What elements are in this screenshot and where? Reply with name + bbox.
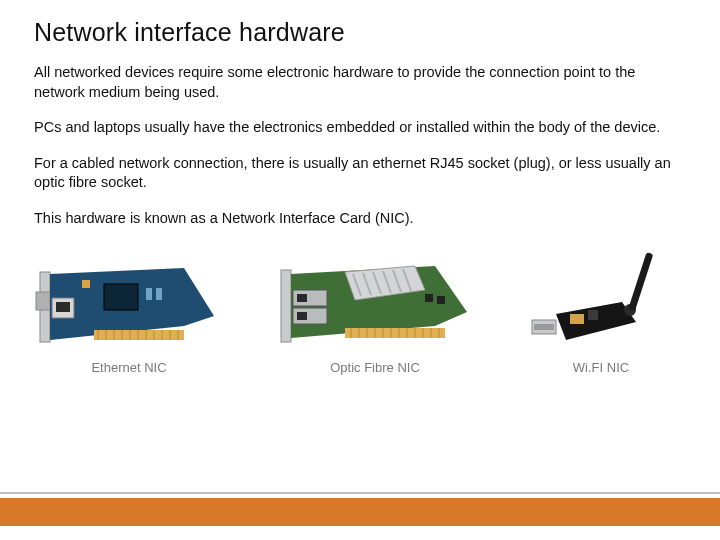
- figure-wifi-nic: Wi.FI NIC: [526, 244, 676, 375]
- paragraph: PCs and laptops usually have the electro…: [34, 118, 674, 138]
- paragraph: For a cabled network connection, there i…: [34, 154, 674, 193]
- optic-fibre-nic-icon: [275, 244, 475, 354]
- figure-optic-fibre-nic: Optic Fibre NIC: [275, 244, 475, 375]
- svg-rect-50: [534, 324, 554, 330]
- figure-caption: Optic Fibre NIC: [330, 360, 420, 375]
- svg-rect-4: [56, 302, 70, 312]
- ethernet-nic-icon: [34, 244, 224, 354]
- paragraph: This hardware is known as a Network Inte…: [34, 209, 674, 229]
- paragraph: All networked devices require some elect…: [34, 63, 674, 102]
- figures-row: Ethernet NIC: [34, 244, 686, 375]
- svg-rect-55: [628, 252, 653, 311]
- footer-divider: [0, 492, 720, 494]
- svg-rect-6: [82, 280, 90, 288]
- figure-caption: Wi.FI NIC: [573, 360, 629, 375]
- slide-title: Network interface hardware: [34, 18, 686, 47]
- svg-rect-52: [570, 314, 584, 324]
- svg-rect-5: [104, 284, 138, 310]
- svg-rect-8: [156, 288, 162, 300]
- slide: Network interface hardware All networked…: [0, 0, 720, 540]
- wifi-nic-icon: [526, 244, 676, 354]
- svg-rect-21: [281, 270, 291, 342]
- svg-rect-36: [345, 328, 445, 338]
- svg-rect-26: [297, 312, 307, 320]
- footer-accent-bar: [0, 498, 720, 526]
- svg-rect-7: [146, 288, 152, 300]
- svg-marker-51: [556, 302, 636, 340]
- svg-rect-35: [437, 296, 445, 304]
- svg-rect-34: [425, 294, 433, 302]
- svg-rect-1: [36, 292, 50, 310]
- svg-rect-25: [297, 294, 307, 302]
- svg-rect-53: [588, 310, 598, 320]
- figure-ethernet-nic: Ethernet NIC: [34, 244, 224, 375]
- figure-caption: Ethernet NIC: [91, 360, 166, 375]
